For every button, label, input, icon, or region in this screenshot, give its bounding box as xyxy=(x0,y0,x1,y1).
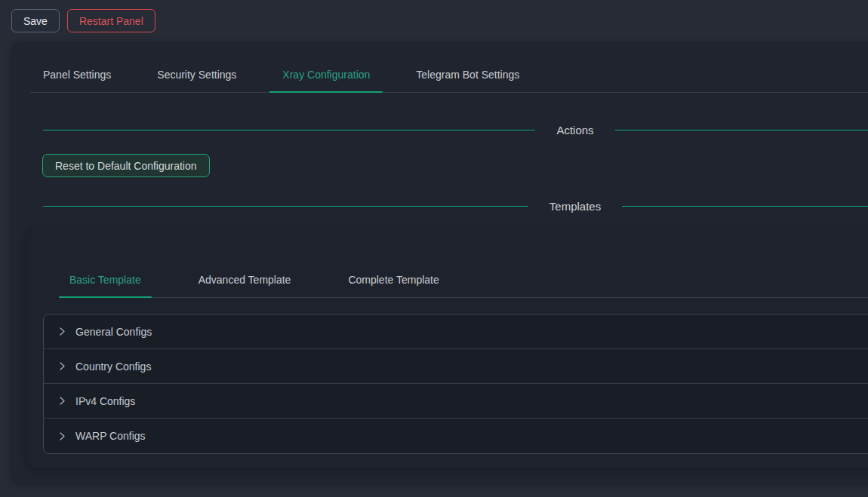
tab-basic-template[interactable]: Basic Template xyxy=(59,267,152,297)
collapse-row-general-configs[interactable]: General Configs xyxy=(44,314,868,349)
collapse-row-label: WARP Configs xyxy=(75,430,146,442)
config-collapse-list: General Configs Country Configs IPv4 Con… xyxy=(43,314,868,454)
divider-line xyxy=(622,206,868,207)
template-tab-bar: Basic Template Advanced Template Complet… xyxy=(59,267,868,298)
tab-xray-configuration[interactable]: Xray Configuration xyxy=(269,62,383,92)
templates-divider: Templates xyxy=(11,200,868,213)
settings-tab-bar: Panel Settings Security Settings Xray Co… xyxy=(30,62,868,93)
tab-telegram-bot-settings[interactable]: Telegram Bot Settings xyxy=(403,62,532,92)
divider-line xyxy=(615,130,868,130)
collapse-row-label: IPv4 Configs xyxy=(75,395,135,407)
chevron-right-icon xyxy=(57,396,67,406)
collapse-row-country-configs[interactable]: Country Configs xyxy=(44,349,868,384)
collapse-row-ipv4-configs[interactable]: IPv4 Configs xyxy=(44,384,868,419)
templates-card: Basic Template Advanced Template Complet… xyxy=(26,228,868,468)
save-button[interactable]: Save xyxy=(11,9,60,32)
templates-section-title: Templates xyxy=(549,200,601,213)
actions-divider: Actions xyxy=(11,124,868,137)
actions-section-title: Actions xyxy=(556,124,593,137)
topbar: Save Restart Panel xyxy=(0,0,868,41)
settings-card: Panel Settings Security Settings Xray Co… xyxy=(11,41,868,483)
divider-line xyxy=(43,206,528,207)
divider-line xyxy=(43,130,535,130)
restart-panel-button[interactable]: Restart Panel xyxy=(67,9,155,32)
collapse-row-label: General Configs xyxy=(75,326,152,338)
chevron-right-icon xyxy=(57,361,67,371)
collapse-row-label: Country Configs xyxy=(75,360,151,373)
collapse-row-warp-configs[interactable]: WARP Configs xyxy=(44,419,868,453)
reset-to-default-button[interactable]: Reset to Default Configuration xyxy=(42,154,210,177)
chevron-right-icon xyxy=(57,431,67,441)
tab-complete-template[interactable]: Complete Template xyxy=(337,267,449,297)
tab-panel-settings[interactable]: Panel Settings xyxy=(30,62,124,92)
tab-advanced-template[interactable]: Advanced Template xyxy=(188,267,302,297)
tab-security-settings[interactable]: Security Settings xyxy=(144,62,249,92)
chevron-right-icon xyxy=(57,327,67,336)
